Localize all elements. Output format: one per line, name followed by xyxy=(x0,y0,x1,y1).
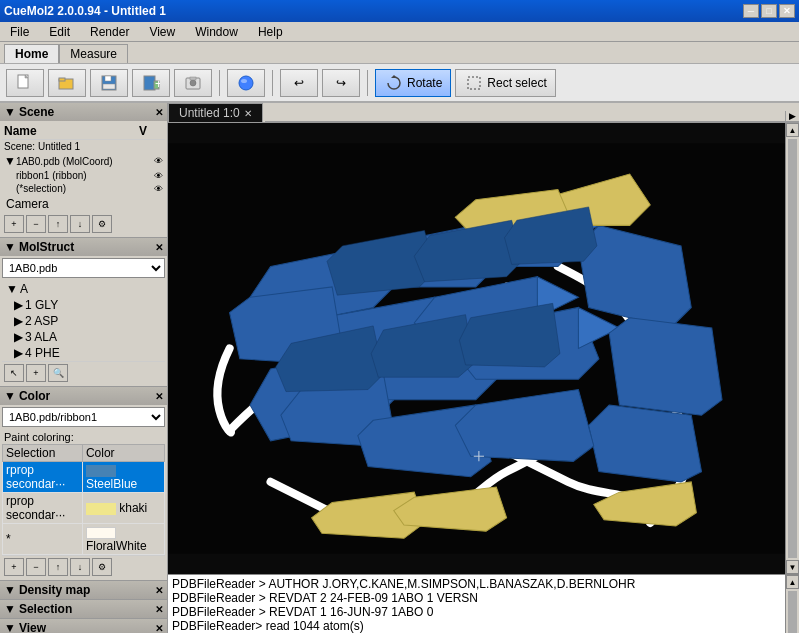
saveas-button[interactable]: + xyxy=(132,69,170,97)
protein-visualization xyxy=(168,123,799,574)
mol-btn-search[interactable]: 🔍 xyxy=(48,364,68,382)
scene-item-selection[interactable]: (*selection) 👁 xyxy=(2,182,165,195)
scene-panel-header[interactable]: ▼ Scene ✕ xyxy=(0,103,167,121)
color-title: Color xyxy=(19,389,50,403)
mol-dropdown[interactable]: 1AB0.pdb xyxy=(2,258,165,278)
mol-residue-4[interactable]: ▶ 4 PHE xyxy=(2,345,165,361)
expand-molcoord-icon: ▼ xyxy=(4,154,16,168)
color-close-icon[interactable]: ✕ xyxy=(155,391,163,402)
color-table: Selection Color rprop secondar··· SteelB… xyxy=(2,444,165,555)
save-icon xyxy=(99,73,119,93)
cam-btn-3[interactable]: ↑ xyxy=(48,215,68,233)
view-panel-header[interactable]: ▼ View ✕ xyxy=(0,619,167,633)
cam-btn-1[interactable]: + xyxy=(4,215,24,233)
selection-eye-icon: 👁 xyxy=(154,184,163,194)
menu-view[interactable]: View xyxy=(143,23,181,41)
scroll-thumb[interactable] xyxy=(788,139,797,558)
view-close-icon[interactable]: ✕ xyxy=(155,623,163,634)
render-button[interactable] xyxy=(227,69,265,97)
view-section: ▼ View ✕ xyxy=(0,619,167,633)
mol-residue-1[interactable]: ▶ 1 GLY xyxy=(2,297,165,313)
color-btn-remove[interactable]: − xyxy=(26,558,46,576)
cam-btn-4[interactable]: ↓ xyxy=(70,215,90,233)
left-panel: ▼ Scene ✕ Name V Scene: Untitled 1 ▼ 1AB… xyxy=(0,103,168,633)
svg-marker-15 xyxy=(391,75,397,78)
viewport-scrollbar[interactable]: ▲ ▼ xyxy=(785,123,799,574)
color-row-1-color: SteelBlue xyxy=(82,462,164,493)
color-row-2[interactable]: rprop secondar··· khaki xyxy=(3,493,165,524)
viewport-scroll-right[interactable]: ▶ xyxy=(785,111,799,122)
svg-rect-3 xyxy=(59,78,65,81)
selection-panel-header[interactable]: ▼ Selection ✕ xyxy=(0,600,167,618)
color-row-1[interactable]: rprop secondar··· SteelBlue xyxy=(3,462,165,493)
close-button[interactable]: ✕ xyxy=(779,4,795,18)
minimize-button[interactable]: ─ xyxy=(743,4,759,18)
menu-window[interactable]: Window xyxy=(189,23,244,41)
tab-measure[interactable]: Measure xyxy=(59,44,128,63)
cam-btn-5[interactable]: ⚙ xyxy=(92,215,112,233)
snapshot-button[interactable] xyxy=(174,69,212,97)
log-line-4: PDBFileReader> read 1044 atom(s) xyxy=(172,619,795,633)
color-panel-header[interactable]: ▼ Color ✕ xyxy=(0,387,167,405)
menu-help[interactable]: Help xyxy=(252,23,289,41)
color-btn-add[interactable]: + xyxy=(4,558,24,576)
save-button[interactable] xyxy=(90,69,128,97)
mol-chain-a[interactable]: ▼ A xyxy=(2,281,165,297)
molstruct-close-icon[interactable]: ✕ xyxy=(155,242,163,253)
toolbar-separator-1 xyxy=(219,70,220,96)
scene-section: ▼ Scene ✕ Name V Scene: Untitled 1 ▼ 1AB… xyxy=(0,103,167,238)
scroll-down-btn[interactable]: ▼ xyxy=(786,560,799,574)
log-scrollbar[interactable]: ▲ ▼ xyxy=(785,575,799,633)
view-title: View xyxy=(19,621,46,633)
selection-header-left: ▼ Selection xyxy=(4,602,72,616)
res1-expand: ▶ xyxy=(14,298,23,312)
viewport-tab-close[interactable]: ✕ xyxy=(244,108,252,119)
color-btn-settings[interactable]: ⚙ xyxy=(92,558,112,576)
color-row-3[interactable]: * FloralWhite xyxy=(3,524,165,555)
rotate-button[interactable]: Rotate xyxy=(375,69,451,97)
svg-point-13 xyxy=(239,76,253,90)
cam-btn-2[interactable]: − xyxy=(26,215,46,233)
density-close-icon[interactable]: ✕ xyxy=(155,585,163,596)
rect-select-button[interactable]: Rect select xyxy=(455,69,555,97)
mol-tree: ▼ A ▶ 1 GLY ▶ 2 ASP ▶ 3 ALA xyxy=(2,281,165,361)
density-panel-header[interactable]: ▼ Density map ✕ xyxy=(0,581,167,599)
maximize-button[interactable]: □ xyxy=(761,4,777,18)
tab-home[interactable]: Home xyxy=(4,44,59,63)
open-button[interactable] xyxy=(48,69,86,97)
menu-edit[interactable]: Edit xyxy=(43,23,76,41)
color-swatch-2 xyxy=(86,503,116,515)
redo-button[interactable]: ↪ xyxy=(322,69,360,97)
selection-title: Selection xyxy=(19,602,72,616)
viewport-tab-label: Untitled 1:0 xyxy=(179,106,240,120)
mol-residue-3[interactable]: ▶ 3 ALA xyxy=(2,329,165,345)
molstruct-title: MolStruct xyxy=(19,240,74,254)
res3-label: 3 ALA xyxy=(25,330,57,344)
mol-btn-select[interactable]: ↖ xyxy=(4,364,24,382)
menu-file[interactable]: File xyxy=(4,23,35,41)
mol-btn-add[interactable]: + xyxy=(26,364,46,382)
log-scroll-thumb[interactable] xyxy=(788,591,797,633)
toolbar-separator-3 xyxy=(367,70,368,96)
scene-close-icon[interactable]: ✕ xyxy=(155,107,163,118)
undo-button[interactable]: ↩ xyxy=(280,69,318,97)
log-scroll-up[interactable]: ▲ xyxy=(786,575,799,589)
density-title: Density map xyxy=(19,583,90,597)
color-swatch-1 xyxy=(86,465,116,477)
scroll-up-btn[interactable]: ▲ xyxy=(786,123,799,137)
color-btn-up[interactable]: ↑ xyxy=(48,558,68,576)
color-dropdown[interactable]: 1AB0.pdb/ribbon1 xyxy=(2,407,165,427)
new-button[interactable] xyxy=(6,69,44,97)
molstruct-panel-header[interactable]: ▼ MolStruct ✕ xyxy=(0,238,167,256)
color-btn-down[interactable]: ↓ xyxy=(70,558,90,576)
scene-item-molcoord[interactable]: ▼ 1AB0.pdb (MolCoord) 👁 xyxy=(2,153,165,169)
molstruct-header-left: ▼ MolStruct xyxy=(4,240,74,254)
mol-residue-2[interactable]: ▶ 2 ASP xyxy=(2,313,165,329)
color-row-3-color: FloralWhite xyxy=(82,524,164,555)
viewport-tab-main[interactable]: Untitled 1:0 ✕ xyxy=(168,103,263,122)
scene-item-ribbon[interactable]: ribbon1 (ribbon) 👁 xyxy=(2,169,165,182)
selection-close-icon[interactable]: ✕ xyxy=(155,604,163,615)
menu-render[interactable]: Render xyxy=(84,23,135,41)
density-collapse-icon: ▼ xyxy=(4,583,16,597)
viewport-3d[interactable]: ▲ ▼ xyxy=(168,123,799,574)
